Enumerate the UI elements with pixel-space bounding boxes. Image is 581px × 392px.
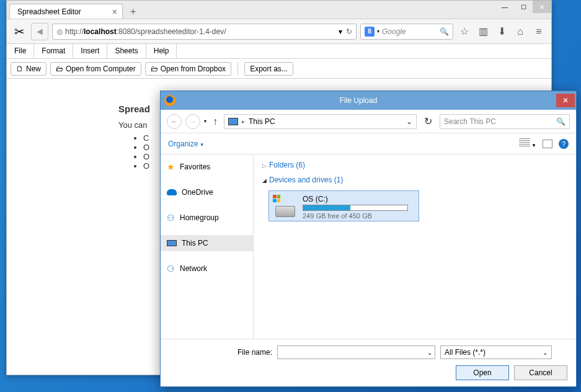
help-button[interactable]: ? xyxy=(559,139,569,149)
drive-usage-bar xyxy=(303,205,408,211)
pc-icon xyxy=(228,118,238,125)
dialog-titlebar[interactable]: File Upload ✕ xyxy=(161,91,576,110)
file-type-filter[interactable]: All Files (*.*)⌄ xyxy=(440,345,552,359)
filename-input[interactable]: ⌄ xyxy=(277,345,435,359)
organize-button[interactable]: Organize▼ xyxy=(168,140,205,148)
folder-icon: 🗁 xyxy=(56,65,63,73)
dialog-footer: File name: ⌄ All Files (*.*)⌄ Open Cance… xyxy=(161,339,576,386)
chevron-down-icon: ⌄ xyxy=(543,349,548,356)
collapse-icon: ◢ xyxy=(262,177,267,184)
open-from-computer-button[interactable]: 🗁Open from Computer xyxy=(50,62,141,76)
new-button[interactable]: 🗋New xyxy=(11,62,47,76)
menu-sheets[interactable]: Sheets xyxy=(107,44,146,58)
search-icon[interactable]: 🔍 xyxy=(440,27,449,36)
view-details-button[interactable] xyxy=(543,140,552,148)
pc-icon xyxy=(167,240,177,246)
url-bar: ✂ ◄ ◍ http://localhost:8080/spreadsheete… xyxy=(7,19,551,44)
drive-info: OS (C:) 249 GB free of 450 GB xyxy=(303,195,415,217)
nav-favorites[interactable]: ★Favorites xyxy=(161,158,253,176)
nav-network[interactable]: ⚆Network xyxy=(161,260,253,277)
window-controls: — ☐ ✕ xyxy=(495,1,551,13)
nav-forward-button[interactable]: → xyxy=(185,114,200,129)
bookmark-icon[interactable]: ☆ xyxy=(457,25,472,37)
nav-up-button[interactable]: ↑ xyxy=(210,116,220,127)
dialog-close-button[interactable]: ✕ xyxy=(556,94,575,107)
menu-format[interactable]: Format xyxy=(34,44,73,58)
new-tab-button[interactable]: + xyxy=(125,6,141,17)
nav-onedrive[interactable]: OneDrive xyxy=(161,184,253,200)
open-button[interactable]: Open xyxy=(456,365,509,380)
expand-icon: ▷ xyxy=(262,163,267,169)
dialog-title: File Upload xyxy=(161,96,556,105)
folder-icon: 🗁 xyxy=(151,65,158,73)
cancel-button[interactable]: Cancel xyxy=(514,365,567,380)
network-icon: ⚆ xyxy=(167,264,175,274)
drive-free-text: 249 GB free of 450 GB xyxy=(303,212,415,220)
chevron-down-icon[interactable]: ⌄ xyxy=(406,117,412,126)
view-thumbnails-button[interactable]: ▼ xyxy=(519,138,536,149)
dialog-body: ★Favorites OneDrive ⚇Homegroup This PC ⚆… xyxy=(161,154,576,339)
firefox-icon xyxy=(164,95,175,106)
open-from-dropbox-button[interactable]: 🗁Open from Dropbox xyxy=(145,62,231,76)
star-icon: ★ xyxy=(167,162,175,172)
nav-this-pc[interactable]: This PC xyxy=(161,235,253,251)
recent-dropdown-icon[interactable]: ▾ xyxy=(204,118,206,124)
chevron-down-icon: ▼ xyxy=(200,142,205,148)
export-button[interactable]: Export as... xyxy=(244,62,293,76)
menu-insert[interactable]: Insert xyxy=(73,44,107,58)
nav-back-button[interactable]: ◄ xyxy=(31,23,48,40)
globe-icon: ◍ xyxy=(56,27,63,36)
devices-section[interactable]: ◢Devices and drives (1) xyxy=(262,176,567,184)
document-icon: 🗋 xyxy=(16,65,24,73)
menu-file[interactable]: File xyxy=(7,44,34,58)
folders-section[interactable]: ▷Folders (6) xyxy=(262,161,567,169)
cloud-icon xyxy=(167,189,177,195)
window-maximize[interactable]: ☐ xyxy=(514,1,533,13)
library-icon[interactable]: ▥ xyxy=(476,25,490,37)
dialog-toolbar: Organize▼ ▼ ? xyxy=(161,133,576,154)
window-close[interactable]: ✕ xyxy=(533,1,551,13)
scissors-icon[interactable]: ✂ xyxy=(12,24,27,39)
url-input[interactable]: ◍ http://localhost:8080/spreadsheetedito… xyxy=(52,24,357,40)
chevron-right-icon: ▸ xyxy=(242,118,245,125)
tab-bar: Spreadsheet Editor × + xyxy=(7,1,551,19)
dialog-search-input[interactable]: Search This PC 🔍 xyxy=(440,114,570,129)
reload-icon[interactable]: ↻ xyxy=(346,27,352,36)
url-dropdown-icon[interactable]: ▾ xyxy=(339,27,342,36)
app-menu-bar: File Format Insert Sheets Help xyxy=(7,44,551,59)
nav-back-button[interactable]: ← xyxy=(167,114,182,129)
google-icon: 8 xyxy=(365,27,375,37)
tab-title: Spreadsheet Editor xyxy=(17,7,81,16)
search-dropdown-icon[interactable]: ▾ xyxy=(377,29,379,34)
file-list-pane: ▷Folders (6) ◢Devices and drives (1) OS … xyxy=(254,154,576,339)
url-text: http://localhost:8080/spreadsheeteditor-… xyxy=(65,27,339,36)
drive-name: OS (C:) xyxy=(303,195,415,203)
tab-close-icon[interactable]: × xyxy=(112,7,117,17)
chevron-down-icon[interactable]: ⌄ xyxy=(427,349,432,356)
browser-search-input[interactable]: 8 ▾ Google 🔍 xyxy=(360,24,453,40)
drive-os-c[interactable]: OS (C:) 249 GB free of 450 GB xyxy=(268,190,419,221)
menu-help[interactable]: Help xyxy=(146,44,177,58)
drive-icon xyxy=(273,195,296,217)
refresh-button[interactable]: ↻ xyxy=(420,115,436,127)
search-placeholder: Google xyxy=(382,27,440,36)
app-toolbar: 🗋New 🗁Open from Computer 🗁Open from Drop… xyxy=(7,59,551,79)
breadcrumb[interactable]: ▸ This PC ⌄ xyxy=(224,114,417,129)
divider xyxy=(237,62,238,76)
menu-icon[interactable]: ≡ xyxy=(531,26,546,37)
home-icon[interactable]: ⌂ xyxy=(513,26,528,37)
downloads-icon[interactable]: ⬇ xyxy=(494,25,509,37)
navigation-pane: ★Favorites OneDrive ⚇Homegroup This PC ⚆… xyxy=(161,154,254,339)
search-icon: 🔍 xyxy=(556,117,565,126)
nav-homegroup[interactable]: ⚇Homegroup xyxy=(161,209,253,226)
search-placeholder: Search This PC xyxy=(444,117,556,126)
homegroup-icon: ⚇ xyxy=(167,213,175,223)
filename-label: File name: xyxy=(237,348,272,357)
dialog-nav-bar: ← → ▾ ↑ ▸ This PC ⌄ ↻ Search This PC 🔍 xyxy=(161,110,576,133)
breadcrumb-location: This PC xyxy=(249,117,275,126)
file-upload-dialog: File Upload ✕ ← → ▾ ↑ ▸ This PC ⌄ ↻ Sear… xyxy=(160,91,577,387)
window-minimize[interactable]: — xyxy=(495,1,514,13)
browser-tab[interactable]: Spreadsheet Editor × xyxy=(9,4,123,19)
